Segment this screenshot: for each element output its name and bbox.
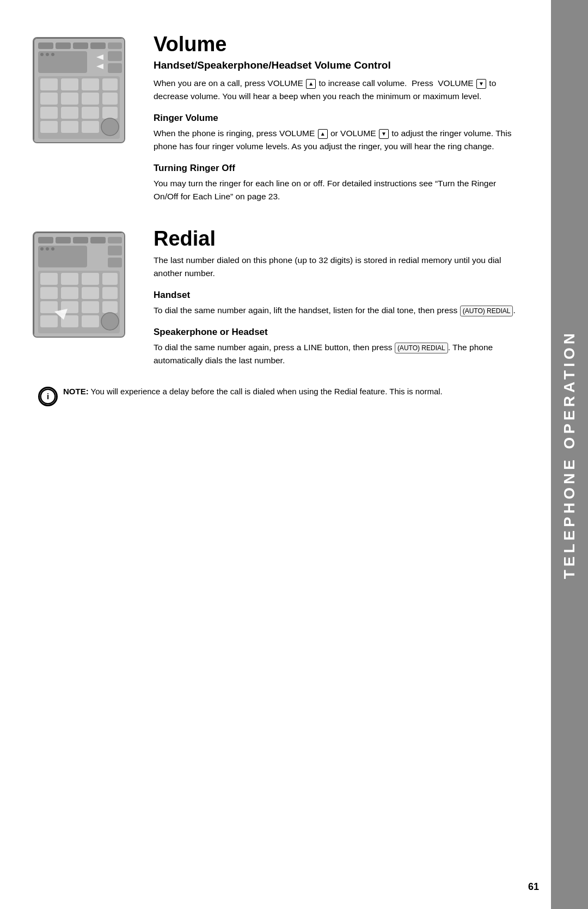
svg-rect-56: [40, 315, 58, 327]
volume-text-content: Volume Handset/Speakerphone/Headset Volu…: [154, 33, 518, 205]
svg-rect-45: [61, 273, 78, 285]
svg-rect-42: [108, 258, 122, 267]
handset-text: To dial the same number again, lift the …: [154, 304, 518, 317]
svg-point-38: [40, 247, 44, 251]
svg-rect-36: [108, 237, 122, 243]
svg-rect-58: [82, 315, 99, 327]
svg-rect-50: [82, 287, 99, 299]
svg-rect-18: [61, 93, 78, 105]
speakerphone-title: Speakerphone or Headset: [154, 327, 518, 338]
svg-rect-47: [102, 273, 118, 285]
svg-rect-15: [82, 78, 99, 90]
svg-rect-6: [38, 51, 87, 73]
page-number: 61: [528, 881, 539, 893]
redial-main-text: The last number dialed on this phone (up…: [154, 254, 518, 280]
svg-rect-13: [40, 78, 58, 90]
svg-rect-37: [38, 246, 87, 267]
phone-image-volume: [33, 37, 136, 205]
svg-rect-34: [73, 237, 88, 243]
svg-point-28: [101, 118, 119, 136]
redial-section: Redial The last number dialed on this ph…: [33, 227, 518, 369]
svg-rect-17: [40, 93, 58, 105]
page-container: TELEPHONE OPERATION: [0, 0, 588, 909]
note-icon-svg: i: [40, 387, 56, 406]
vol-down-icon-2: ▼: [379, 129, 389, 139]
vol-up-icon-2: ▲: [318, 129, 328, 139]
main-content: Volume Handset/Speakerphone/Headset Volu…: [0, 0, 551, 909]
volume-section: Volume Handset/Speakerphone/Headset Volu…: [33, 33, 518, 205]
svg-point-7: [40, 53, 44, 56]
ringer-volume-text: When the phone is ringing, press VOLUME …: [154, 127, 518, 153]
svg-rect-54: [82, 301, 99, 313]
phone-image-redial: [33, 231, 136, 369]
note-body: You will experience a delay before the c…: [91, 387, 443, 396]
svg-rect-16: [102, 78, 118, 90]
svg-rect-27: [82, 121, 99, 133]
sidebar-tab-text: TELEPHONE OPERATION: [561, 330, 578, 579]
vol-down-icon: ▼: [476, 79, 486, 89]
phone-illustration-redial: [33, 231, 125, 338]
phone-svg-volume: [34, 38, 125, 143]
svg-point-9: [51, 53, 54, 56]
svg-rect-46: [82, 273, 99, 285]
note-circle-icon: i: [38, 387, 58, 406]
phone-illustration-volume: [33, 37, 125, 143]
svg-rect-10: [108, 51, 122, 61]
svg-rect-44: [40, 273, 58, 285]
auto-redial-key-2: (AUTO) REDIAL: [395, 343, 448, 354]
svg-rect-21: [40, 107, 58, 119]
svg-rect-25: [40, 121, 58, 133]
note-text: NOTE: You will experience a delay before…: [63, 386, 443, 398]
svg-rect-24: [102, 107, 118, 119]
svg-rect-2: [56, 42, 71, 49]
svg-rect-52: [40, 301, 58, 313]
ringer-volume-title: Ringer Volume: [154, 113, 518, 124]
svg-point-8: [46, 53, 49, 56]
svg-rect-1: [38, 42, 53, 49]
svg-rect-32: [38, 237, 53, 243]
svg-rect-33: [56, 237, 71, 243]
auto-redial-key-1: (AUTO) REDIAL: [460, 306, 513, 317]
svg-rect-23: [82, 107, 99, 119]
redial-title: Redial: [154, 227, 518, 251]
note-label: NOTE:: [63, 387, 89, 396]
phone-svg-redial: [34, 233, 125, 338]
svg-rect-41: [108, 246, 122, 255]
svg-rect-48: [40, 287, 58, 299]
svg-rect-20: [102, 93, 118, 105]
svg-rect-51: [102, 287, 118, 299]
vol-up-icon: ▲: [306, 79, 316, 89]
svg-rect-14: [61, 78, 78, 90]
turning-ringer-off-title: Turning Ringer Off: [154, 163, 518, 174]
redial-text-content: Redial The last number dialed on this ph…: [154, 227, 518, 369]
svg-rect-55: [102, 301, 118, 313]
svg-rect-22: [61, 107, 78, 119]
volume-main-text: When you are on a call, press VOLUME ▲ t…: [154, 77, 518, 103]
svg-point-59: [101, 313, 119, 330]
volume-subtitle: Handset/Speakerphone/Headset Volume Cont…: [154, 59, 518, 71]
svg-rect-35: [90, 237, 106, 243]
svg-rect-26: [61, 121, 78, 133]
svg-rect-19: [82, 93, 99, 105]
svg-rect-5: [108, 42, 122, 49]
sidebar-tab: TELEPHONE OPERATION: [551, 0, 588, 909]
turning-ringer-off-text: You may turn the ringer for each line on…: [154, 177, 518, 203]
svg-rect-4: [90, 42, 106, 49]
svg-point-39: [46, 247, 49, 251]
svg-rect-11: [108, 63, 122, 73]
volume-title: Volume: [154, 33, 518, 56]
svg-point-40: [51, 247, 54, 251]
svg-rect-3: [73, 42, 88, 49]
svg-rect-49: [61, 287, 78, 299]
svg-text:i: i: [47, 392, 49, 401]
note-box: i NOTE: You will experience a delay befo…: [33, 386, 518, 406]
handset-title: Handset: [154, 290, 518, 301]
speakerphone-text: To dial the same number again, press a L…: [154, 341, 518, 367]
